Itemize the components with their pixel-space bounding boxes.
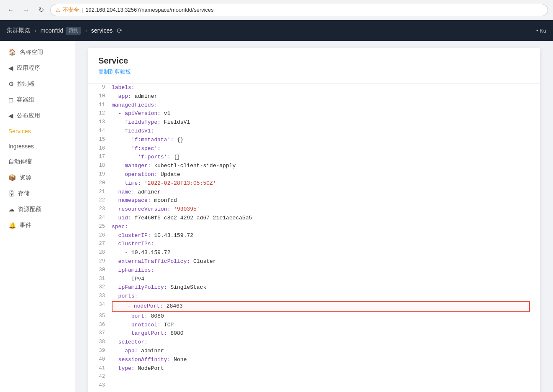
yaml-line-32: 32 ipFamilyPolicy: SingleStack <box>98 283 530 292</box>
yaml-line-12: 12 - apiVersion: v1 <box>98 109 530 118</box>
line-number: 14 <box>98 127 112 135</box>
reload-button[interactable]: ↻ <box>35 4 47 16</box>
breadcrumb-sep-2: › <box>85 27 87 34</box>
yaml-line-15: 15 'f:metadata': {} <box>98 136 530 145</box>
sidebar-label-containers: 容器组 <box>17 96 34 104</box>
line-number: 40 <box>98 356 112 364</box>
yaml-line-17: 17 'f:ports': {} <box>98 153 530 162</box>
line-number: 32 <box>98 283 112 291</box>
sidebar-item-controllers[interactable]: ⚙ 控制器 <box>0 76 75 92</box>
sidebar-label-ingresses: Ingresses <box>8 143 34 150</box>
yaml-line-14: 14 fieldsV1: <box>98 127 530 136</box>
yaml-line-40: 40 sessionAffinity: None <box>98 356 530 364</box>
yaml-line-35: 35 port: 8080 <box>98 312 530 321</box>
line-number: 26 <box>98 232 112 239</box>
line-number: 36 <box>98 321 112 329</box>
namespace-switch-tag[interactable]: 切换 <box>66 27 81 35</box>
sidebar-label-controllers: 控制器 <box>17 80 35 88</box>
sidebar-label-quota: 资源配额 <box>18 206 41 213</box>
line-number: 28 <box>98 249 112 257</box>
service-card: Service 复制到剪贴板 9labels:10 app: adminer11… <box>88 48 540 392</box>
sidebar-item-autoscale[interactable]: 自动伸缩 <box>0 154 75 170</box>
line-number: 21 <box>98 188 112 196</box>
line-number: 13 <box>98 118 112 126</box>
address-bar[interactable]: ⚠ 不安全 | 192.168.204.13:32567/namespace/m… <box>50 4 548 16</box>
yaml-line-25: 25spec: <box>98 223 530 232</box>
sidebar-item-events[interactable]: 🔔 事件 <box>0 217 75 233</box>
line-number: 19 <box>98 171 112 178</box>
yaml-line-37: 37 targetPort: 8080 <box>98 329 530 338</box>
url-separator: | <box>82 7 83 13</box>
sidebar-item-namespace[interactable]: 🏠 名称空间 <box>0 44 75 60</box>
back-button[interactable]: ← <box>5 4 17 16</box>
yaml-line-9: 9labels: <box>98 84 530 92</box>
quota-icon: ☁ <box>8 206 15 213</box>
sidebar-item-services[interactable]: Services <box>0 124 75 139</box>
line-number: 15 <box>98 136 112 144</box>
line-number: 29 <box>98 257 112 265</box>
yaml-line-38: 38 selector: <box>98 338 530 347</box>
line-number: 25 <box>98 223 112 231</box>
yaml-line-19: 19 operation: Update <box>98 171 530 179</box>
yaml-line-21: 21 name: adminer <box>98 188 530 197</box>
refresh-button[interactable]: ⟳ <box>117 27 122 35</box>
sidebar: 🏠 名称空间 ◀ 应用程序 ⚙ 控制器 ◻ 容器组 ◀ 公布应用 Service… <box>0 41 75 392</box>
sidebar-label-publish: 公布应用 <box>17 112 40 120</box>
resources-icon: 📦 <box>8 174 16 181</box>
line-number: 11 <box>98 101 112 109</box>
publish-icon: ◀ <box>8 112 13 120</box>
url-text: 192.168.204.13:32567/namespace/moonfdd/s… <box>85 7 213 13</box>
controllers-icon: ⚙ <box>8 80 14 88</box>
line-number: 35 <box>98 312 112 320</box>
sidebar-item-publish[interactable]: ◀ 公布应用 <box>0 108 75 124</box>
yaml-line-20: 20 time: '2022-02-28T13:05:50Z' <box>98 179 530 188</box>
sidebar-item-resources[interactable]: 📦 资源 <box>0 170 75 186</box>
yaml-viewer: 9labels:10 app: adminer11managedFields:1… <box>88 84 540 392</box>
breadcrumb-current: services <box>91 27 113 34</box>
line-number: 39 <box>98 347 112 355</box>
line-number: 16 <box>98 145 112 153</box>
copy-to-clipboard-button[interactable]: 复制到剪贴板 <box>98 66 131 78</box>
line-number: 24 <box>98 214 112 222</box>
yaml-line-41: 41 type: NodePort <box>98 364 530 373</box>
line-number: 38 <box>98 338 112 346</box>
sidebar-label-namespace: 名称空间 <box>20 48 43 56</box>
yaml-line-27: 27 clusterIPs: <box>98 240 530 249</box>
yaml-line-39: 39 app: adminer <box>98 347 530 356</box>
sidebar-item-storage[interactable]: 🗄 存储 <box>0 186 75 201</box>
top-nav: 集群概览 › moonfdd 切换 › services ⟳ • Ku <box>0 20 553 41</box>
yaml-line-26: 26 clusterIP: 10.43.159.72 <box>98 232 530 240</box>
yaml-line-36: 36 protocol: TCP <box>98 321 530 330</box>
home-icon: 🏠 <box>8 48 16 56</box>
main-layout: 🏠 名称空间 ◀ 应用程序 ⚙ 控制器 ◻ 容器组 ◀ 公布应用 Service… <box>0 41 553 392</box>
line-number: 17 <box>98 153 112 161</box>
yaml-line-31: 31 - IPv4 <box>98 275 530 284</box>
sidebar-label-autoscale: 自动伸缩 <box>8 158 32 165</box>
containers-icon: ◻ <box>8 96 13 104</box>
line-number: 22 <box>98 196 112 204</box>
line-number: 20 <box>98 179 112 187</box>
sidebar-label-storage: 存储 <box>18 190 30 197</box>
sidebar-item-ingresses[interactable]: Ingresses <box>0 139 75 154</box>
breadcrumb-cluster[interactable]: 集群概览 <box>7 27 30 34</box>
storage-icon: 🗄 <box>8 190 15 197</box>
line-number: 37 <box>98 329 112 337</box>
yaml-line-18: 18 manager: kubectl-client-side-apply <box>98 162 530 171</box>
sidebar-item-apps[interactable]: ◀ 应用程序 <box>0 60 75 76</box>
yaml-line-42: 42 <box>98 373 530 382</box>
line-number: 33 <box>98 292 112 300</box>
sidebar-item-quota[interactable]: ☁ 资源配额 <box>0 201 75 217</box>
line-number: 42 <box>98 373 112 381</box>
line-number: 12 <box>98 109 112 117</box>
line-number: 34 <box>98 301 112 309</box>
sidebar-label-resources: 资源 <box>20 174 31 181</box>
breadcrumb-namespace[interactable]: moonfdd <box>41 27 63 34</box>
yaml-line-24: 24 uid: f7e460f5-c8c2-4292-ad67-21e1aeec… <box>98 214 530 223</box>
forward-button[interactable]: → <box>20 4 32 16</box>
line-number: 18 <box>98 162 112 170</box>
yaml-line-43: 43 <box>98 382 530 390</box>
line-number: 23 <box>98 205 112 213</box>
line-number: 10 <box>98 92 112 100</box>
card-header: Service 复制到剪贴板 <box>88 48 540 84</box>
sidebar-item-containers[interactable]: ◻ 容器组 <box>0 92 75 108</box>
